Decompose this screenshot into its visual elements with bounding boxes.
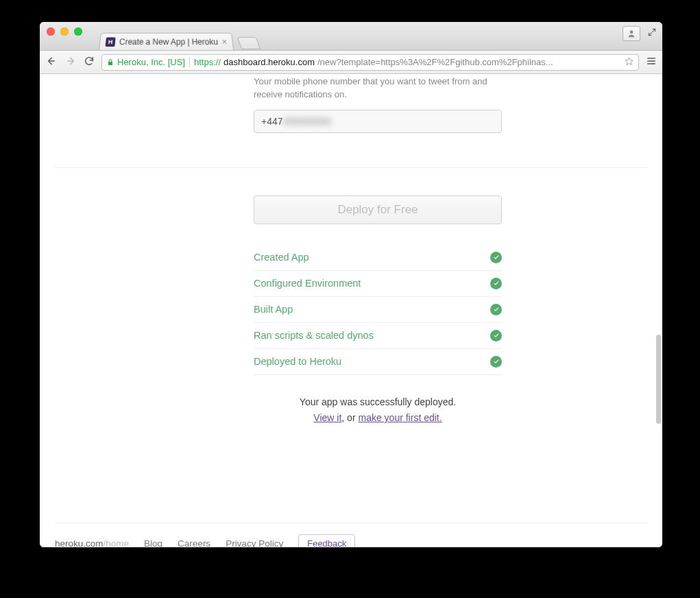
tab-title: Create a New App | Heroku: [119, 37, 218, 47]
forward-button: [66, 56, 77, 69]
check-icon: [490, 304, 502, 315]
back-button[interactable]: [45, 56, 56, 69]
heroku-favicon-icon: [106, 37, 116, 47]
success-message: Your app was successfully deployed. View…: [254, 394, 502, 427]
success-mid-text: , or: [341, 412, 358, 423]
deploy-button[interactable]: Deploy for Free: [254, 195, 502, 224]
view-it-link[interactable]: View it: [313, 412, 341, 423]
phone-field-group: Your mobile phone number that you want t…: [254, 74, 502, 133]
browser-tab[interactable]: Create a New App | Heroku ×: [99, 33, 234, 50]
check-icon: [490, 356, 502, 368]
check-icon: [490, 252, 502, 263]
browser-toolbar: Heroku, Inc. [US] https:// dashboard.her…: [40, 51, 662, 74]
footer-brand-prefix: heroku.com: [55, 538, 104, 547]
phone-field-description: Your mobile phone number that you want t…: [254, 75, 502, 101]
check-icon: [490, 278, 502, 289]
minimize-window-button[interactable]: [60, 27, 69, 36]
page-footer: heroku.com/home Blog Careers Privacy Pol…: [55, 523, 647, 547]
bookmark-star-icon[interactable]: [624, 56, 634, 69]
success-line: Your app was successfully deployed.: [254, 394, 502, 411]
footer-brand-suffix: /home: [104, 538, 130, 547]
page-viewport: Your mobile phone number that you want t…: [40, 74, 662, 547]
deploy-step-label: Ran scripts & scaled dynos: [254, 330, 374, 341]
browser-window: Create a New App | Heroku × Heroku, Inc.…: [40, 22, 662, 547]
first-edit-link[interactable]: make your first edit.: [358, 412, 442, 423]
page-scroll[interactable]: Your mobile phone number that you want t…: [40, 74, 662, 547]
deploy-button-label: Deploy for Free: [337, 203, 418, 217]
footer-link-blog[interactable]: Blog: [144, 538, 162, 547]
phone-input[interactable]: +44700000000: [254, 110, 502, 133]
deploy-step: Created App: [254, 245, 502, 271]
close-tab-icon[interactable]: ×: [221, 37, 228, 46]
phone-value-masked: 00000000: [284, 116, 332, 127]
deploy-step-label: Configured Environment: [254, 278, 361, 289]
footer-link-privacy[interactable]: Privacy Policy: [226, 538, 283, 547]
deploy-column: Deploy for Free Created App Configured E…: [254, 195, 502, 427]
deploy-step: Configured Environment: [254, 271, 502, 297]
feedback-button[interactable]: Feedback: [298, 534, 355, 547]
ev-cert-label: Heroku, Inc. [US]: [117, 57, 190, 67]
check-icon: [490, 330, 502, 342]
profile-button[interactable]: [623, 26, 640, 41]
reload-button[interactable]: [84, 56, 95, 69]
lock-icon: [106, 58, 114, 67]
url-host: dashboard.heroku.com: [224, 57, 315, 67]
deploy-step-label: Deployed to Heroku: [254, 356, 341, 367]
window-titlebar: Create a New App | Heroku ×: [40, 22, 662, 51]
person-icon: [627, 29, 636, 38]
nav-arrows: [45, 56, 77, 69]
deploy-step: Deployed to Heroku: [254, 349, 502, 375]
scrollbar-thumb[interactable]: [656, 335, 661, 424]
phone-value-visible: +447: [261, 116, 283, 127]
deploy-step: Built App: [254, 297, 502, 323]
footer-link-careers[interactable]: Careers: [178, 538, 210, 547]
close-window-button[interactable]: [47, 27, 55, 36]
fullscreen-icon[interactable]: [647, 27, 657, 40]
footer-brand[interactable]: heroku.com/home: [55, 538, 129, 547]
zoom-window-button[interactable]: [74, 27, 82, 36]
url-protocol: https://: [194, 57, 221, 67]
deploy-step-label: Built App: [254, 304, 293, 315]
deploy-step: Ran scripts & scaled dynos: [254, 323, 502, 349]
new-tab-button[interactable]: [237, 37, 261, 49]
titlebar-right: [623, 26, 657, 41]
address-bar[interactable]: Heroku, Inc. [US] https:// dashboard.her…: [101, 54, 639, 71]
tab-strip: Create a New App | Heroku ×: [99, 22, 258, 50]
url-path: /new?template=https%3A%2F%2Fgithub.com%2…: [317, 57, 553, 67]
deploy-step-label: Created App: [254, 252, 309, 263]
traffic-lights: [47, 27, 82, 36]
section-divider: [55, 167, 647, 168]
hamburger-menu-icon[interactable]: [646, 56, 657, 69]
